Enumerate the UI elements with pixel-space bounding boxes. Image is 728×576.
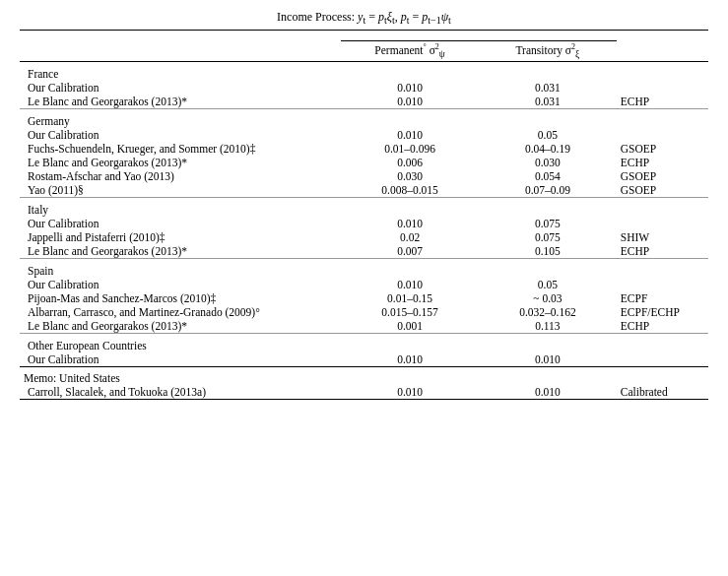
permanent-cell: 0.001 bbox=[341, 319, 479, 334]
author-cell: Our Calibration bbox=[20, 278, 341, 291]
memo-permanent-cell: 0.010 bbox=[341, 385, 479, 400]
dataset-cell bbox=[617, 278, 708, 291]
table-row: Pijoan-Mas and Sanchez-Marcos (2010)‡ 0.… bbox=[20, 291, 708, 305]
author-cell: Le Blanc and Georgarakos (2013)* bbox=[20, 156, 341, 169]
dataset-cell: GSOEP bbox=[617, 169, 708, 183]
permanent-cell: 0.010 bbox=[341, 278, 479, 291]
country-row: Italy bbox=[20, 197, 708, 217]
dataset-cell bbox=[617, 352, 708, 367]
dataset-cell: ECHP bbox=[617, 319, 708, 334]
author-cell: Albarran, Carrasco, and Martinez-Granado… bbox=[20, 305, 341, 319]
country-label: Italy bbox=[20, 197, 708, 217]
table-row: Our Calibration 0.010 0.010 bbox=[20, 352, 708, 367]
transitory-cell: 0.031 bbox=[479, 81, 617, 95]
dataset-cell bbox=[617, 81, 708, 95]
permanent-cell: 0.007 bbox=[341, 244, 479, 259]
dataset-cell: GSOEP bbox=[617, 183, 708, 198]
col-transitory: Transitory σ2ξ bbox=[479, 41, 617, 61]
col-permanent: Permanent° σ2ψ bbox=[341, 41, 479, 61]
author-cell: Our Calibration bbox=[20, 128, 341, 142]
dataset-cell: GSOEP bbox=[617, 142, 708, 156]
transitory-cell: 0.054 bbox=[479, 169, 617, 183]
permanent-cell: 0.006 bbox=[341, 156, 479, 169]
transitory-cell: 0.032–0.162 bbox=[479, 305, 617, 319]
permanent-cell: 0.010 bbox=[341, 352, 479, 367]
author-cell: Our Calibration bbox=[20, 81, 341, 95]
table-row: Our Calibration 0.010 0.05 bbox=[20, 278, 708, 291]
permanent-cell: 0.015–0.157 bbox=[341, 305, 479, 319]
table-row: Le Blanc and Georgarakos (2013)* 0.010 0… bbox=[20, 95, 708, 109]
country-row: France bbox=[20, 61, 708, 81]
dataset-cell bbox=[617, 128, 708, 142]
dataset-cell: ECPF/ECHP bbox=[617, 305, 708, 319]
dataset-cell: ECHP bbox=[617, 244, 708, 259]
table-row: Jappelli and Pistaferri (2010)‡ 0.02 0.0… bbox=[20, 230, 708, 244]
memo-author-cell: Carroll, Slacalek, and Tokuoka (2013a) bbox=[20, 385, 341, 400]
table-row: Le Blanc and Georgarakos (2013)* 0.001 0… bbox=[20, 319, 708, 334]
permanent-cell: 0.030 bbox=[341, 169, 479, 183]
transitory-cell: 0.075 bbox=[479, 217, 617, 230]
permanent-cell: 0.01–0.096 bbox=[341, 142, 479, 156]
author-cell: Jappelli and Pistaferri (2010)‡ bbox=[20, 230, 341, 244]
permanent-cell: 0.010 bbox=[341, 128, 479, 142]
transitory-cell: 0.075 bbox=[479, 230, 617, 244]
memo-header-row: Memo: United States bbox=[20, 366, 708, 385]
transitory-cell: 0.031 bbox=[479, 95, 617, 109]
author-cell: Le Blanc and Georgarakos (2013)* bbox=[20, 244, 341, 259]
table-row: Le Blanc and Georgarakos (2013)* 0.006 0… bbox=[20, 156, 708, 169]
table-row: Rostam-Afschar and Yao (2013) 0.030 0.05… bbox=[20, 169, 708, 183]
country-row: Other European Countries bbox=[20, 333, 708, 352]
country-label: Other European Countries bbox=[20, 333, 708, 352]
transitory-cell: ~ 0.03 bbox=[479, 291, 617, 305]
table-row: Le Blanc and Georgarakos (2013)* 0.007 0… bbox=[20, 244, 708, 259]
transitory-cell: 0.030 bbox=[479, 156, 617, 169]
author-cell: Le Blanc and Georgarakos (2013)* bbox=[20, 95, 341, 109]
transitory-cell: 0.05 bbox=[479, 278, 617, 291]
transitory-cell: 0.04–0.19 bbox=[479, 142, 617, 156]
transitory-cell: 0.105 bbox=[479, 244, 617, 259]
col-dataset bbox=[617, 41, 708, 61]
dataset-cell: ECHP bbox=[617, 95, 708, 109]
country-row: Spain bbox=[20, 258, 708, 278]
country-label: Spain bbox=[20, 258, 708, 278]
author-cell: Le Blanc and Georgarakos (2013)* bbox=[20, 319, 341, 334]
transitory-cell: 0.010 bbox=[479, 352, 617, 367]
country-label: France bbox=[20, 61, 708, 81]
author-cell: Our Calibration bbox=[20, 217, 341, 230]
permanent-cell: 0.010 bbox=[341, 95, 479, 109]
memo-dataset-cell: Calibrated bbox=[617, 385, 708, 400]
country-label: Germany bbox=[20, 108, 708, 128]
author-cell: Rostam-Afschar and Yao (2013) bbox=[20, 169, 341, 183]
table-row: Fuchs-Schuendeln, Krueger, and Sommer (2… bbox=[20, 142, 708, 156]
transitory-cell: 0.05 bbox=[479, 128, 617, 142]
table-row: Our Calibration 0.010 0.031 bbox=[20, 81, 708, 95]
dataset-cell: ECHP bbox=[617, 156, 708, 169]
memo-row: Carroll, Slacalek, and Tokuoka (2013a) 0… bbox=[20, 385, 708, 400]
dataset-cell bbox=[617, 217, 708, 230]
memo-label: Memo: United States bbox=[20, 366, 708, 385]
author-cell: Pijoan-Mas and Sanchez-Marcos (2010)‡ bbox=[20, 291, 341, 305]
table-row: Our Calibration 0.010 0.05 bbox=[20, 128, 708, 142]
permanent-cell: 0.02 bbox=[341, 230, 479, 244]
table-row: Our Calibration 0.010 0.075 bbox=[20, 217, 708, 230]
country-row: Germany bbox=[20, 108, 708, 128]
permanent-cell: 0.010 bbox=[341, 217, 479, 230]
transitory-cell: 0.113 bbox=[479, 319, 617, 334]
author-cell: Fuchs-Schuendeln, Krueger, and Sommer (2… bbox=[20, 142, 341, 156]
permanent-cell: 0.010 bbox=[341, 81, 479, 95]
permanent-cell: 0.01–0.15 bbox=[341, 291, 479, 305]
transitory-cell: 0.07–0.09 bbox=[479, 183, 617, 198]
dataset-cell: SHIW bbox=[617, 230, 708, 244]
table-row: Albarran, Carrasco, and Martinez-Granado… bbox=[20, 305, 708, 319]
dataset-cell: ECPF bbox=[617, 291, 708, 305]
memo-transitory-cell: 0.010 bbox=[479, 385, 617, 400]
permanent-cell: 0.008–0.015 bbox=[341, 183, 479, 198]
author-cell: Yao (2011)§ bbox=[20, 183, 341, 198]
author-cell: Our Calibration bbox=[20, 352, 341, 367]
main-title: Income Process: yt = ptξt, pt = pt−1ψt bbox=[20, 10, 708, 31]
table-row: Yao (2011)§ 0.008–0.015 0.07–0.09 GSOEP bbox=[20, 183, 708, 198]
col-country bbox=[20, 41, 341, 61]
